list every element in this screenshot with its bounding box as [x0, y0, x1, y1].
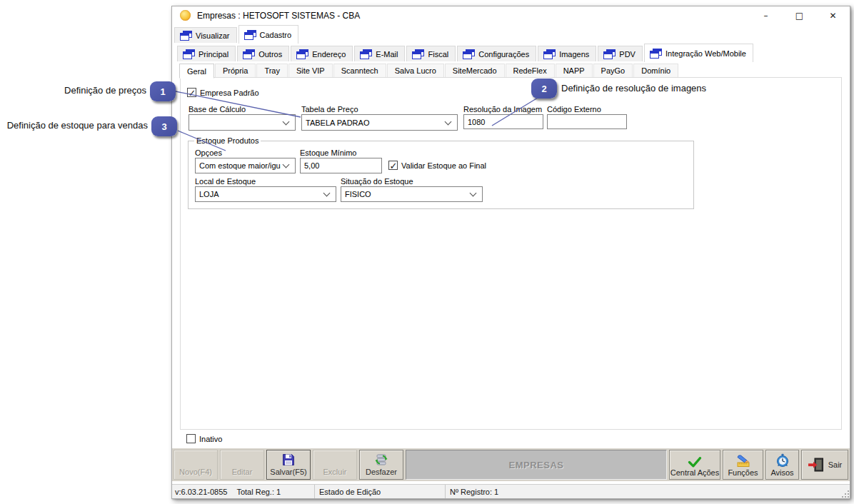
button-label: Editar [232, 468, 253, 476]
tab-email[interactable]: E-Mail [354, 46, 405, 61]
tab-label: Tray [264, 66, 280, 75]
tab-page-geral: Empresa Padrão Base de Cálculo Tabela de… [180, 77, 842, 430]
tab-dominio[interactable]: Domínio [633, 64, 678, 77]
tab-outros[interactable]: Outros [237, 46, 289, 61]
chevron-down-icon[interactable] [283, 161, 290, 168]
entity-panel-title: EMPRESAS [406, 450, 667, 480]
codigo-externo-input[interactable] [547, 114, 627, 129]
window-stack-icon [650, 49, 662, 59]
inativo-checkbox[interactable]: Inativo [186, 434, 222, 443]
tab-salva-lucro[interactable]: Salva Lucro [387, 64, 444, 77]
tab-strip-row1: Visualizar Cadastro [172, 24, 850, 43]
situacao-estoque-label: Situação do Estoque [341, 177, 413, 186]
window-stack-icon [603, 49, 616, 59]
resize-grip[interactable] [845, 493, 846, 495]
chevron-down-icon[interactable] [445, 118, 452, 125]
tab-scanntech[interactable]: Scanntech [333, 64, 386, 77]
combo-value: FISICO [345, 190, 468, 198]
checkbox-label: Inativo [199, 435, 222, 443]
tab-strip-row2: Principal Outros Endereço E-Mail Fiscal … [172, 43, 850, 61]
floppy-disk-icon [282, 453, 295, 466]
base-calculo-label: Base de Cálculo [189, 105, 246, 114]
app-sun-icon [180, 10, 191, 21]
central-acoes-button[interactable]: Central Ações [669, 450, 720, 480]
tab-label: Outros [258, 50, 282, 59]
tab-configuracoes[interactable]: Configurações [457, 46, 536, 61]
desfazer-button[interactable]: Desfazer [359, 450, 403, 480]
opcoes-combo[interactable]: Com estoque maior/igual [195, 158, 296, 173]
situacao-estoque-combo[interactable]: FISICO [341, 186, 483, 202]
tab-napp[interactable]: NAPP [556, 64, 593, 77]
green-check-icon [688, 457, 702, 468]
excluir-button[interactable]: Excluir [313, 450, 357, 480]
local-estoque-combo[interactable]: LOJA [195, 186, 336, 202]
editar-button[interactable]: Editar [220, 450, 264, 480]
exit-door-icon [808, 458, 825, 473]
tab-label: PayGo [601, 66, 626, 75]
estoque-minimo-input[interactable]: 5,00 [300, 158, 382, 173]
window-stack-icon [463, 49, 475, 59]
total-reg-text: Total Reg.: 1 [236, 488, 281, 496]
minimize-icon[interactable]: – [749, 6, 783, 24]
tabela-preco-combo[interactable]: TABELA PADRAO [301, 114, 458, 131]
app-window: Empresas : HETOSOFT SISTEMAS - CBA – □ ✕… [171, 6, 850, 499]
tab-strip-row3: Geral Própria Tray Site VIP Scanntech Sa… [172, 62, 850, 77]
chevron-down-icon[interactable] [283, 118, 290, 125]
tab-label: Salva Lucro [395, 66, 436, 75]
tab-fiscal[interactable]: Fiscal [406, 46, 456, 61]
tab-cadastro[interactable]: Cadastro [238, 25, 299, 44]
tab-tray[interactable]: Tray [256, 64, 288, 77]
empresa-padrao-checkbox[interactable]: Empresa Padrão [187, 88, 259, 97]
window-stack-icon [243, 49, 255, 59]
avisos-button[interactable]: Avisos [765, 450, 799, 480]
window-title: Empresas : HETOSOFT SISTEMAS - CBA [197, 11, 360, 21]
status-panel-registro: Nº Registro: 1 [446, 485, 850, 498]
tab-imagens[interactable]: Imagens [538, 46, 596, 61]
status-panel-version: v:6.03.21-0855 Total Reg.: 1 [172, 485, 315, 498]
base-calculo-combo[interactable] [189, 114, 296, 131]
tabela-preco-label: Tabela de Preço [301, 105, 358, 114]
button-label: Avisos [770, 468, 793, 477]
tab-label: RedeFlex [513, 66, 547, 75]
window-stack-icon [244, 30, 256, 40]
tab-label: SiteMercado [453, 66, 497, 75]
tab-label: Scanntech [341, 66, 378, 75]
tab-label: Própria [223, 66, 248, 75]
tab-principal[interactable]: Principal [177, 46, 236, 61]
tab-label: Visualizar [196, 31, 230, 40]
estado-text: Estado de Edição [319, 488, 381, 496]
chevron-down-icon[interactable] [470, 190, 477, 197]
chevron-down-icon[interactable] [323, 190, 331, 197]
checkbox-box-icon[interactable] [187, 88, 196, 97]
tab-label: Fiscal [428, 50, 448, 59]
checkbox-box-icon[interactable] [186, 434, 196, 443]
tab-endereco[interactable]: Endereço [291, 46, 353, 61]
opcoes-label: Opçoes [195, 148, 222, 157]
maximize-icon[interactable]: □ [783, 6, 816, 24]
funcoes-button[interactable]: Funções [723, 450, 763, 480]
tab-pdv[interactable]: PDV [598, 46, 643, 61]
tab-site-vip[interactable]: Site VIP [288, 64, 333, 77]
salvar-button[interactable]: Salvar(F5) [266, 450, 311, 480]
tab-visualizar[interactable]: Visualizar [174, 27, 237, 43]
novo-button[interactable]: Novo(F4) [174, 450, 218, 480]
tab-propria[interactable]: Própria [215, 64, 256, 77]
undo-database-icon [375, 453, 388, 466]
annotation-badge-1: 1 [150, 81, 176, 101]
sair-button[interactable]: Sair [801, 450, 848, 480]
annotation-badge-3: 3 [151, 116, 177, 136]
button-label: Central Ações [670, 468, 719, 477]
tab-integracao-web-mobile[interactable]: Integração Web/Mobile [644, 44, 753, 62]
validar-estoque-checkbox[interactable]: Validar Estoque ao Final [388, 161, 486, 170]
tab-label: E-Mail [376, 50, 398, 59]
resolucao-imagem-input[interactable]: 1080 [463, 114, 543, 129]
close-icon[interactable]: ✕ [816, 6, 850, 24]
annotation-badge-2: 2 [531, 79, 557, 99]
tab-geral[interactable]: Geral [179, 64, 214, 79]
tab-paygo[interactable]: PayGo [593, 64, 633, 77]
tab-sitemercado[interactable]: SiteMercado [445, 64, 505, 77]
input-value: 1080 [468, 118, 485, 126]
tab-redeflex[interactable]: RedeFlex [506, 64, 555, 77]
window-stack-icon [360, 49, 372, 59]
checkbox-box-icon[interactable] [388, 161, 398, 170]
